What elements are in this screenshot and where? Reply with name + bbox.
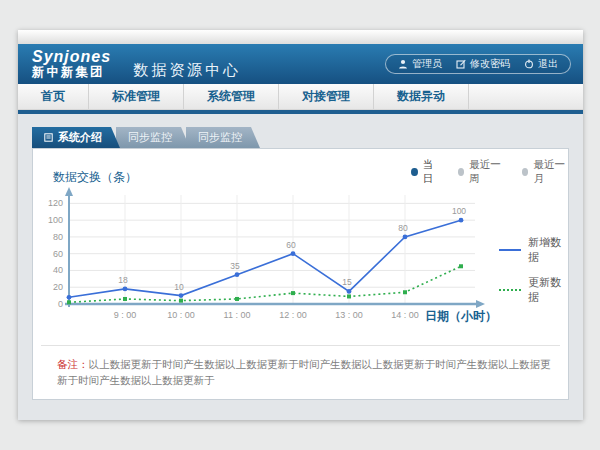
logout-button[interactable]: 退出 [524,57,558,71]
brand-logo-text: Synjones [32,49,111,66]
current-user-button[interactable]: 管理员 [398,57,442,71]
power-icon [524,59,534,69]
main-nav: 首页 标准管理 系统管理 对接管理 数据异动 [18,84,583,110]
tab-system-intro[interactable]: 系统介绍 [32,127,120,148]
app-window: Synjones 新中新集团 数据资源中心 管理员 修改密码 退出 [18,30,583,420]
footer-note-prefix: 备注： [57,358,89,370]
nav-item-interface-mgmt[interactable]: 对接管理 [279,84,374,109]
page-title: 数据资源中心 [133,61,241,80]
footer-note-text: 以上数据更新于时间产生数据以上数据更新于时间产生数据以上数据更新于时间产生数据以… [57,358,551,386]
svg-text:80: 80 [398,223,408,233]
time-filter-option[interactable]: 当日 [411,158,440,186]
svg-text:60: 60 [53,249,63,259]
user-toolbar: 管理员 修改密码 退出 [385,54,571,74]
tab-label: 同步监控 [198,127,242,148]
tab-sync-monitor-1[interactable]: 同步监控 [116,127,190,148]
chart-legend: 新增数据 更新数据 [499,235,568,305]
legend-label: 新增数据 [528,235,568,265]
dotted-line-icon [499,289,521,291]
legend-item-updated-data: 更新数据 [499,275,568,305]
user-icon [398,59,408,69]
nav-item-home[interactable]: 首页 [18,84,89,109]
legend-item-new-data: 新增数据 [499,235,568,265]
svg-text:11 : 00: 11 : 00 [224,310,251,320]
brand-logo: Synjones 新中新集团 [32,49,111,79]
time-filter-option[interactable]: 最近一周 [458,158,504,186]
radio-dot-icon [522,168,529,176]
document-icon [44,133,53,142]
change-password-button[interactable]: 修改密码 [456,57,510,71]
svg-text:35: 35 [230,261,240,271]
tab-sync-monitor-2[interactable]: 同步监控 [186,127,260,148]
y-axis-title: 数据交换（条） [53,169,137,186]
svg-text:40: 40 [53,265,63,275]
solid-line-icon [499,249,521,251]
svg-text:0: 0 [58,299,63,309]
tab-bar: 系统介绍 同步监控 同步监控 [32,127,256,148]
svg-text:120: 120 [48,198,63,208]
time-filter-option[interactable]: 最近一月 [522,158,568,186]
line-chart: 0204060801001209 : 0010 : 0011 : 0012 : … [33,185,569,335]
change-password-label: 修改密码 [470,57,510,71]
app-header: Synjones 新中新集团 数据资源中心 管理员 修改密码 退出 [18,44,583,84]
chart-panel: 当日 最近一周 最近一月 数据交换（条） 0204060801001209 : … [32,148,569,400]
edit-icon [456,59,466,69]
radio-dot-icon [458,168,465,176]
svg-text:10 : 00: 10 : 00 [167,310,195,320]
svg-text:15: 15 [342,277,352,287]
svg-text:9 : 00: 9 : 00 [114,310,137,320]
panel-divider [41,345,560,346]
svg-text:12 : 00: 12 : 00 [279,310,307,320]
current-user-label: 管理员 [412,57,442,71]
time-filter-group: 当日 最近一周 最近一月 [411,158,568,186]
tab-label: 系统介绍 [58,127,102,148]
svg-text:60: 60 [286,240,296,250]
svg-text:80: 80 [53,232,63,242]
nav-item-standard-mgmt[interactable]: 标准管理 [89,84,184,109]
nav-item-system-mgmt[interactable]: 系统管理 [184,84,279,109]
time-filter-label: 最近一周 [469,158,504,186]
time-filter-label: 最近一月 [533,158,568,186]
svg-text:日期（小时）: 日期（小时） [425,309,497,323]
footer-note: 备注：以上数据更新于时间产生数据以上数据更新于时间产生数据以上数据更新于时间产生… [57,357,554,389]
brand-logo-subtext: 新中新集团 [32,66,111,79]
window-top-strip [18,30,583,44]
svg-text:100: 100 [452,206,466,216]
svg-text:10: 10 [174,282,184,292]
svg-text:18: 18 [118,275,128,285]
svg-text:100: 100 [48,215,63,225]
nav-item-data-change[interactable]: 数据异动 [374,84,469,109]
tab-label: 同步监控 [128,127,172,148]
svg-text:13 : 00: 13 : 00 [335,310,363,320]
time-filter-label: 当日 [423,158,440,186]
legend-label: 更新数据 [528,275,568,305]
svg-text:14 : 00: 14 : 00 [391,310,419,320]
svg-text:20: 20 [53,282,63,292]
radio-dot-icon [411,168,418,176]
content-area: 系统介绍 同步监控 同步监控 当日 最近一周 [18,114,583,420]
logout-label: 退出 [538,57,558,71]
